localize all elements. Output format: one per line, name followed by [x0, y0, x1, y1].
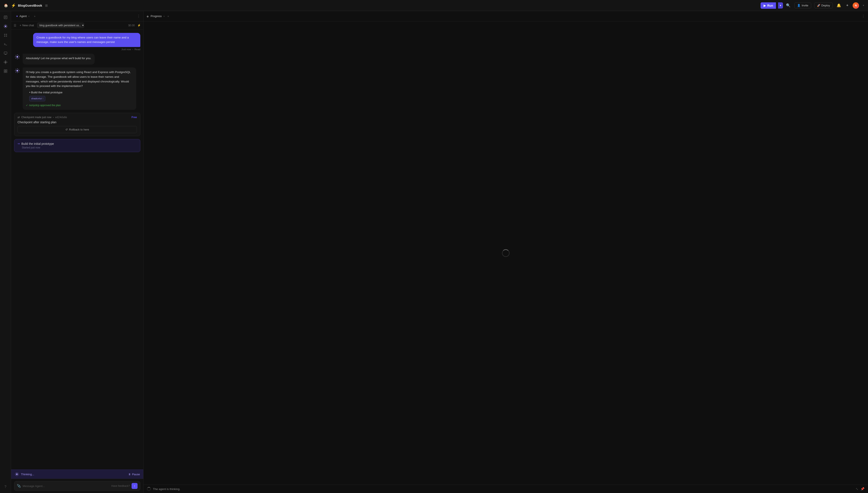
- agent-header-text: Absolutely! Let me propose what we'll bu…: [26, 56, 91, 61]
- agent-tab-label: Agent: [19, 15, 27, 18]
- message-time: Just now: [121, 48, 131, 51]
- rollback-icon: ↺: [65, 128, 68, 131]
- deploy-button[interactable]: 🚀 Deploy: [814, 3, 833, 8]
- topbar-center: ▶ Run ▾: [761, 2, 783, 9]
- task-block: ⇒ Build the initial prototype Started ju…: [14, 139, 140, 152]
- deploy-icon: 🚀: [817, 4, 820, 7]
- pause-button[interactable]: ⏸ Pause: [128, 473, 140, 476]
- panel-kebab-menu[interactable]: ⋮: [137, 14, 140, 18]
- deploy-label: Deploy: [821, 4, 830, 7]
- main-content: ? ✦ Agent × + ⋮ ☰ + New chat blog guestb…: [0, 11, 868, 493]
- progress-add-button[interactable]: +: [166, 14, 170, 19]
- svg-point-5: [4, 34, 5, 35]
- sidebar-icon-terminal[interactable]: [1, 40, 9, 48]
- chat-cost: $0.00: [128, 24, 135, 27]
- rollback-button[interactable]: ↺ Rollback to here: [18, 126, 137, 133]
- user-message-container: Create a guestbook for my blog where use…: [14, 33, 140, 51]
- message-input[interactable]: [23, 485, 110, 488]
- sidebar-icon-agent[interactable]: [1, 22, 9, 30]
- topbar: 🏠 ⚡ BlogGuestBook ⊞ ▶ Run ▾ 🔍 👤 Invite 🚀…: [0, 0, 868, 11]
- right-panel-bottom: The agent is thinking. ⤡ 📌: [144, 485, 868, 493]
- svg-point-15: [5, 63, 6, 64]
- checkpoint-icon: ⇄: [18, 116, 20, 119]
- svg-point-6: [6, 34, 7, 35]
- svg-rect-21: [6, 71, 7, 72]
- search-icon[interactable]: 🔍: [785, 2, 791, 8]
- bottom-thinking-spinner: [147, 487, 151, 491]
- star-icon[interactable]: ✦: [845, 2, 850, 8]
- thinking-agent-icon: [15, 472, 19, 476]
- user-message-text: Create a guestbook for my blog where use…: [37, 36, 129, 44]
- add-tab-button[interactable]: +: [33, 14, 36, 19]
- svg-rect-20: [4, 71, 5, 72]
- chat-title-text: blog guestbook with persistent us...: [40, 24, 81, 27]
- svg-rect-19: [6, 70, 7, 71]
- run-label: Run: [767, 4, 773, 7]
- sidebar-icon-grid[interactable]: [1, 67, 9, 75]
- run-chevron-button[interactable]: ▾: [778, 2, 783, 8]
- svg-rect-10: [4, 52, 7, 54]
- topbar-right: 🔍 👤 Invite 🚀 Deploy 🔔 ✦ N ▾: [785, 2, 865, 9]
- approved-row: ✓ noriyotcp approved the plan: [26, 103, 133, 107]
- progress-close-button[interactable]: ×: [164, 15, 165, 18]
- chat-cost-icon: ⚡: [137, 24, 141, 27]
- new-chat-label: New chat: [22, 24, 34, 27]
- progress-title: Progress: [151, 15, 162, 18]
- feedback-label: Have feedback?: [111, 485, 130, 488]
- rollback-label: Rollback to here: [69, 128, 89, 131]
- svg-point-24: [16, 474, 18, 475]
- new-chat-button[interactable]: + New chat: [18, 23, 36, 27]
- sidebar-icon-files[interactable]: [1, 13, 9, 21]
- chat-title-pill[interactable]: blog guestbook with persistent us... ▾: [37, 23, 84, 28]
- invite-label: Invite: [802, 4, 808, 7]
- approved-text: noriyotcp approved the plan: [29, 103, 61, 107]
- agent-header-bubble: Absolutely! Let me propose what we'll bu…: [23, 53, 94, 65]
- invite-button[interactable]: 👤 Invite: [794, 3, 811, 8]
- svg-point-23: [17, 70, 18, 71]
- message-input-row: 📎 Have feedback? ↑: [14, 481, 140, 491]
- run-button[interactable]: ▶ Run: [761, 2, 776, 9]
- sidebar-icon-extensions[interactable]: [1, 31, 9, 39]
- maximize-icon[interactable]: ⤡: [855, 487, 859, 491]
- agent-body-bubble: I'll help you create a guestbook system …: [23, 67, 136, 110]
- shadcn-label: shadcn/ui: [31, 97, 42, 100]
- pause-label: Pause: [132, 473, 140, 476]
- grid-icon[interactable]: ⊞: [44, 3, 49, 8]
- message-input-area: 📎 Have feedback? ↑: [11, 479, 143, 493]
- new-chat-plus-icon: +: [20, 24, 21, 27]
- bell-icon[interactable]: 🔔: [836, 2, 842, 8]
- avatar[interactable]: N: [853, 2, 859, 9]
- agent-tab[interactable]: ✦ Agent ×: [14, 14, 31, 19]
- send-button[interactable]: ↑: [132, 483, 137, 489]
- right-panel: ◈ Progress × + ⋮ The agent is thinking. …: [144, 11, 868, 493]
- avatar-chevron-icon[interactable]: ▾: [862, 3, 865, 8]
- svg-point-16: [4, 62, 5, 63]
- agent-tab-close[interactable]: ×: [28, 15, 29, 18]
- agent-body-row: I'll help you create a guestbook system …: [14, 67, 140, 110]
- checkpoint-free-label: Free: [132, 116, 137, 119]
- svg-point-7: [4, 36, 5, 37]
- sidebar-icon-monitor[interactable]: [1, 49, 9, 57]
- info-icon: ℹ: [43, 97, 43, 101]
- agent-bullet: • Build the initial prototype: [29, 90, 133, 95]
- home-icon[interactable]: 🏠: [3, 3, 9, 8]
- chat-menu-icon[interactable]: ☰: [14, 24, 17, 27]
- task-subtitle: Started just now: [22, 146, 137, 149]
- sidebar-icon-flower[interactable]: [1, 58, 9, 66]
- chat-toolbar: ☰ + New chat blog guestbook with persist…: [11, 21, 143, 29]
- checkpoint-dot: •: [53, 116, 54, 119]
- shadcn-badge: shadcn/ui ℹ: [29, 96, 45, 101]
- thinking-bar: Thinking... ⏸ Pause: [11, 470, 143, 479]
- checkpoint-hash: ed24da8e: [55, 116, 67, 119]
- sidebar-help[interactable]: ?: [1, 483, 9, 491]
- svg-point-8: [6, 36, 7, 37]
- pin-icon[interactable]: 📌: [861, 487, 865, 491]
- progress-kebab-menu[interactable]: ⋮: [862, 14, 865, 18]
- attach-icon[interactable]: 📎: [17, 484, 21, 488]
- pause-icon: ⏸: [128, 473, 131, 476]
- progress-icon: ◈: [147, 15, 149, 18]
- agent-body-text: I'll help you create a guestbook system …: [26, 70, 133, 88]
- agent-avatar: [14, 53, 21, 60]
- svg-point-14: [5, 61, 6, 62]
- topbar-left: 🏠 ⚡ BlogGuestBook ⊞: [3, 3, 758, 8]
